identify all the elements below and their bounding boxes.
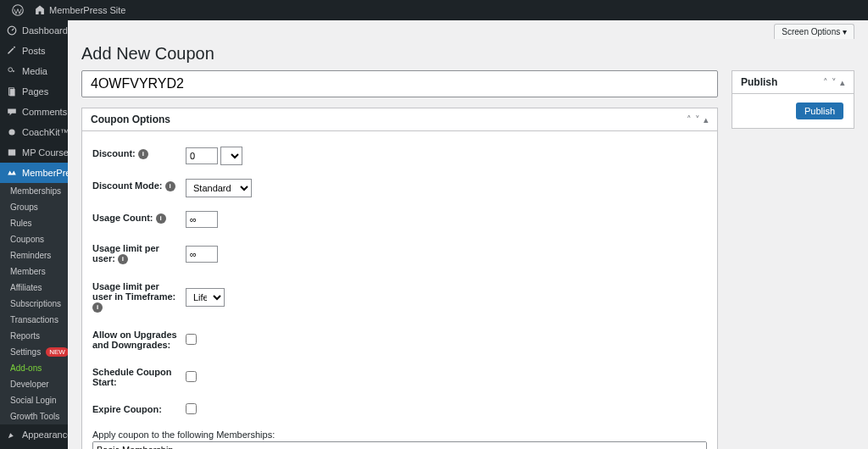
usage-limit-user-label: Usage limit per user: i [92, 235, 186, 273]
expire-checkbox[interactable] [186, 403, 197, 414]
coupon-options-title: Coupon Options [91, 114, 170, 125]
discount-mode-select[interactable]: Standard [186, 179, 252, 197]
timeframe-select[interactable]: Lifetime [186, 288, 225, 307]
submenu-settings[interactable]: Settings NEW [0, 344, 68, 360]
info-icon[interactable]: i [165, 181, 175, 191]
submenu-transactions[interactable]: Transactions [0, 312, 68, 328]
submenu-groups[interactable]: Groups [0, 199, 68, 215]
svg-point-2 [8, 68, 13, 72]
usage-count-label: Usage Count: i [92, 204, 186, 235]
svg-point-0 [13, 5, 24, 16]
submenu-growth-tools[interactable]: Growth Tools [0, 408, 68, 424]
main-content: Screen Options ▾ Add New Coupon Coupon O… [68, 20, 868, 449]
submenu-members[interactable]: Members [0, 263, 68, 280]
submenu-coupons[interactable]: Coupons [0, 231, 68, 247]
svg-rect-6 [8, 149, 15, 155]
submenu-affiliates[interactable]: Affiliates [0, 280, 68, 296]
coupon-options-box: Coupon Options ˄ ˅ ▴ Discount: i [81, 108, 718, 449]
publish-title: Publish [741, 76, 777, 88]
discount-amount-input[interactable] [186, 147, 218, 164]
submenu-subscriptions[interactable]: Subscriptions [0, 296, 68, 312]
publish-button[interactable]: Publish [796, 103, 843, 119]
menu-media[interactable]: Media [0, 61, 68, 81]
panel-up-icon[interactable]: ˄ [687, 114, 692, 125]
discount-unit-select[interactable]: % [220, 147, 242, 165]
discount-mode-label: Discount Mode: i [92, 172, 186, 204]
info-icon[interactable]: i [156, 213, 166, 224]
svg-point-5 [8, 129, 14, 135]
menu-posts[interactable]: Posts [0, 41, 68, 61]
panel-down-icon[interactable]: ˅ [832, 77, 837, 88]
panel-toggle-icon[interactable]: ▴ [840, 77, 845, 88]
menu-dashboard[interactable]: Dashboard [0, 20, 68, 41]
discount-label: Discount: i [92, 140, 186, 172]
panel-toggle-icon[interactable]: ▴ [704, 114, 709, 125]
info-icon[interactable]: i [138, 149, 148, 159]
menu-pages[interactable]: Pages [0, 81, 68, 102]
panel-up-icon[interactable]: ˄ [823, 77, 828, 88]
admin-sidebar: Dashboard Posts Media Pages Comments Coa… [0, 20, 68, 449]
wp-logo[interactable] [7, 4, 29, 16]
schedule-start-checkbox[interactable] [186, 371, 197, 382]
publish-box: Publish ˄ ˅ ▴ Publish [732, 70, 854, 129]
schedule-start-label: Schedule Coupon Start: [92, 358, 186, 396]
allow-upgrades-label: Allow on Upgrades and Downgrades: [92, 321, 186, 358]
menu-memberpress[interactable]: MemberPress› [0, 163, 68, 183]
submenu-social-login[interactable]: Social Login [0, 392, 68, 408]
submenu-developer[interactable]: Developer [0, 376, 68, 392]
site-name-link[interactable]: MemberPress Site [29, 4, 131, 16]
panel-down-icon[interactable]: ˅ [695, 114, 700, 125]
svg-rect-4 [10, 89, 15, 96]
submenu-addons[interactable]: Add-ons [0, 360, 68, 376]
timeframe-label: Usage limit per user in Timeframe: i [92, 273, 186, 321]
info-icon[interactable]: i [118, 254, 128, 264]
expire-label: Expire Coupon: [92, 396, 186, 423]
menu-mp-courses[interactable]: MP Courses [0, 142, 68, 163]
coupon-code-input[interactable] [81, 70, 718, 97]
new-badge: NEW [46, 347, 68, 357]
menu-coachkit[interactable]: CoachKit™ [0, 122, 68, 142]
memberships-multiselect[interactable]: Basic Membership Pro Membership Monthly … [92, 441, 707, 449]
menu-comments[interactable]: Comments [0, 102, 68, 122]
usage-limit-user-input[interactable] [186, 246, 218, 263]
info-icon[interactable]: i [92, 302, 103, 313]
menu-plugins[interactable]: Plugins [0, 445, 68, 449]
allow-upgrades-checkbox[interactable] [186, 334, 197, 345]
submenu-memberships[interactable]: Memberships [0, 183, 68, 199]
admin-bar: MemberPress Site [0, 0, 868, 20]
page-title: Add New Coupon [81, 39, 854, 70]
submenu-rules[interactable]: Rules [0, 215, 68, 231]
menu-appearance[interactable]: Appearance [0, 424, 68, 445]
submenu-reports[interactable]: Reports [0, 328, 68, 344]
screen-options-tab[interactable]: Screen Options ▾ [774, 24, 854, 39]
usage-count-input[interactable] [186, 211, 218, 228]
submenu-reminders[interactable]: Reminders [0, 247, 68, 263]
apply-memberships-label: Apply coupon to the following Membership… [92, 430, 707, 440]
